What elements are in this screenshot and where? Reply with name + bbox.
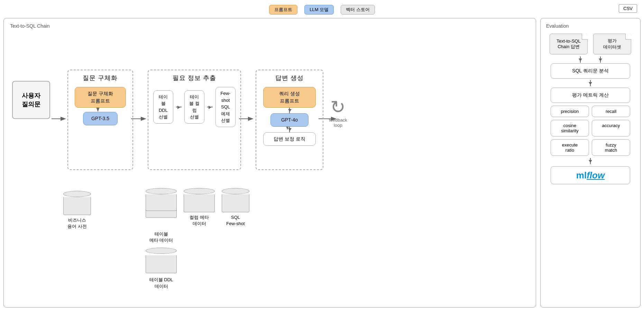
legend-llm-label: LLM 모델 <box>310 7 329 13</box>
section-qc: 질문 구체화 질문 구체화 프롬프트 GPT-3.5 <box>67 70 133 170</box>
db-sql-fs-body <box>222 194 249 212</box>
legend-prompt-label: 프롬프트 <box>274 7 292 13</box>
db-sql-fewshot: SQL Few-shot <box>222 188 249 227</box>
db-ddl-top <box>146 248 177 254</box>
main-area: Text-to-SQL Chain <box>3 18 641 308</box>
db-table-meta-container <box>146 188 177 219</box>
eval-sql-analysis-label: SQL 쿼리문 분석 <box>572 68 608 74</box>
mlflow-ml: ml <box>576 170 587 180</box>
eval-content: Text-to-SQL Chain 답변 평가 데이터셋 SQL 쿼리문 분석 … <box>546 34 635 184</box>
metric-accuracy: accuracy <box>592 120 630 136</box>
mlflow-text: mlflow <box>576 170 605 181</box>
eval-arrow-doc2 <box>600 56 601 63</box>
eval-doc2-label: 평가 데이터셋 <box>603 38 621 50</box>
metric-fuzzy-match: fuzzy match <box>592 139 630 156</box>
db-biz-terms: 비즈니스 용어 사전 <box>63 191 91 230</box>
eval-doc2: 평가 데이터셋 <box>593 34 631 54</box>
legend-prompt: 프롬프트 <box>269 5 297 15</box>
db-column-meta: 컬럼 메타 데이터 <box>184 188 215 227</box>
chain-panel: Text-to-SQL Chain <box>3 18 536 308</box>
section-ans: 답변 생성 쿼리 생성 프롬프트 GPT-4o 답변 보정 로직 <box>256 70 323 170</box>
eval-panel: Evaluation Text-to-SQL Chain 답변 평가 데이터셋 … <box>540 18 641 308</box>
eval-arrow2 <box>590 80 591 86</box>
section-info-title: 필요 정보 추출 <box>153 74 236 82</box>
eval-metrics-grid: precision recall cosine similarity accur… <box>551 106 630 156</box>
db-ddl-label: 테이블 DDL 데이터 <box>149 277 173 289</box>
db-col-meta-top <box>184 188 215 194</box>
metric-recall: recall <box>592 106 630 117</box>
info-arrow1 <box>176 107 182 107</box>
section-ans-title: 답변 생성 <box>261 74 318 82</box>
db-col-meta-body <box>184 194 215 212</box>
mlflow-flow: flow <box>587 170 605 180</box>
db-biz-terms-body <box>63 197 91 215</box>
eval-arrow3 <box>590 158 591 164</box>
db-table-meta-top <box>146 188 177 211</box>
eval-sql-analysis: SQL 쿼리문 분석 <box>551 63 630 79</box>
db-col-meta-label: 컬럼 메타 데이터 <box>190 214 209 227</box>
db-meta-stack: 테이블 메타 데이터 테이블 DDL 데이터 <box>146 188 177 290</box>
user-question-text: 사용자 질의문 <box>22 91 40 108</box>
circular-arrows-icon: ↻ <box>330 98 346 116</box>
csv-button[interactable]: CSV <box>619 4 637 13</box>
qc-prompt-box: 질문 구체화 프롬프트 <box>75 87 126 108</box>
db-sql-fs-top <box>222 188 249 194</box>
info-box1: 테이블 DDL 선별 <box>153 90 173 124</box>
eval-panel-title: Evaluation <box>546 23 635 29</box>
eval-arrow-doc1 <box>580 56 581 63</box>
legend-vector: 벡터 스토어 <box>341 5 375 15</box>
metric-execute-ratio: execute ratio <box>551 139 589 156</box>
db-group2: 테이블 메타 데이터 테이블 DDL 데이터 컬럼 메타 데이터 SQL Few… <box>146 188 249 290</box>
eval-doc1: Text-to-SQL Chain 답변 <box>550 34 588 54</box>
db-sql-fs-label: SQL Few-shot <box>226 214 245 227</box>
db-biz-terms-label: 비즈니스 용어 사전 <box>67 217 87 230</box>
ans-logic-box: 답변 보정 로직 <box>263 132 316 146</box>
ans-prompt-box: 쿼리 생성 프롬프트 <box>263 87 316 108</box>
db-table-meta-label: 테이블 메타 데이터 <box>149 231 173 243</box>
user-question-box: 사용자 질의문 <box>12 81 50 119</box>
ans-llm-box: GPT-4o <box>270 113 309 127</box>
legend-vector-label: 벡터 스토어 <box>346 7 370 13</box>
ans-arrow1 <box>289 108 290 113</box>
db-biz-terms-top <box>63 191 91 197</box>
info-arrow2 <box>207 107 213 107</box>
legend-bar: 프롬프트 LLM 모델 벡터 스토어 <box>0 0 644 18</box>
info-box2: 테이블 컬럼 선별 <box>184 90 204 124</box>
qc-llm-box: GPT-3.5 <box>83 112 118 125</box>
feedback-loop-area: ↻ feedback loop <box>329 98 347 128</box>
eval-top-row: Text-to-SQL Chain 답변 평가 데이터셋 <box>550 34 631 54</box>
legend-llm: LLM 모델 <box>304 5 334 15</box>
metric-cosine: cosine similarity <box>551 120 589 136</box>
eval-metric-calc: 평가 메트릭 계산 <box>551 88 630 103</box>
eval-metric-calc-label: 평가 메트릭 계산 <box>572 92 609 98</box>
info-box3: Few-shot SQL 예제 선별 <box>215 87 236 127</box>
eval-arrows-row1 <box>580 56 601 63</box>
db-ddl-body <box>146 255 177 273</box>
eval-mlflow: mlflow <box>551 166 630 184</box>
metric-precision: precision <box>551 106 589 117</box>
section-info: 필요 정보 추출 테이블 DDL 선별 테이블 컬럼 선별 Few-shot S… <box>148 70 241 170</box>
feedback-loop-label: feedback loop <box>329 117 347 128</box>
eval-doc1-label: Text-to-SQL Chain 답변 <box>556 38 580 50</box>
ans-arrow2 <box>289 127 290 132</box>
chain-panel-title: Text-to-SQL Chain <box>10 23 530 29</box>
section-qc-title: 질문 구체화 <box>73 74 128 82</box>
